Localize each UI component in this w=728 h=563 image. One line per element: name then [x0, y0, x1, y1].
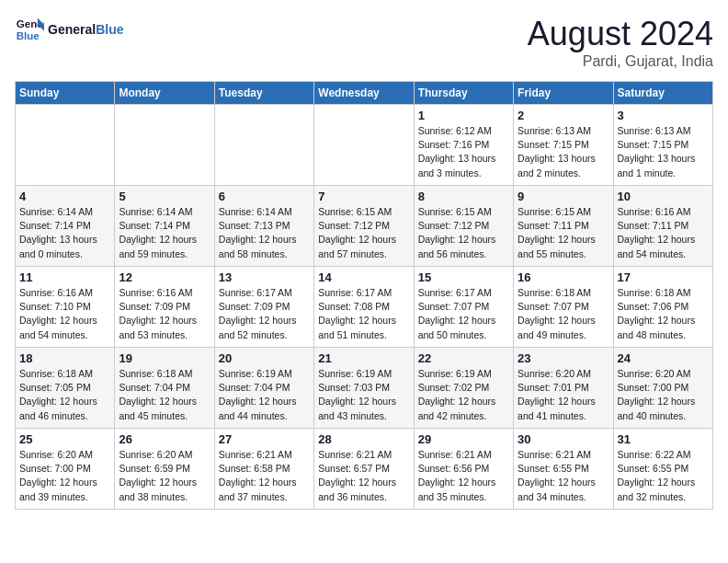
- day-number: 27: [219, 432, 310, 446]
- day-number: 11: [19, 270, 110, 284]
- day-number: 29: [418, 432, 509, 446]
- day-number: 4: [19, 190, 110, 203]
- day-info: Sunrise: 6:20 AM Sunset: 7:00 PM Dayligh…: [19, 448, 110, 504]
- calendar-cell: 19Sunrise: 6:18 AM Sunset: 7:04 PM Dayli…: [115, 348, 214, 429]
- day-number: 17: [618, 270, 709, 284]
- day-info: Sunrise: 6:14 AM Sunset: 7:13 PM Dayligh…: [219, 205, 310, 261]
- day-info: Sunrise: 6:16 AM Sunset: 7:11 PM Dayligh…: [618, 205, 709, 261]
- calendar-cell: 1Sunrise: 6:12 AM Sunset: 7:16 PM Daylig…: [414, 105, 513, 186]
- calendar-cell: 12Sunrise: 6:16 AM Sunset: 7:09 PM Dayli…: [115, 267, 214, 348]
- col-sunday: Sunday: [16, 82, 115, 105]
- day-info: Sunrise: 6:21 AM Sunset: 6:58 PM Dayligh…: [219, 448, 310, 504]
- day-info: Sunrise: 6:15 AM Sunset: 7:12 PM Dayligh…: [418, 205, 509, 261]
- day-number: 25: [19, 432, 110, 446]
- calendar-cell: 26Sunrise: 6:20 AM Sunset: 6:59 PM Dayli…: [115, 429, 214, 510]
- day-number: 20: [219, 351, 310, 365]
- day-info: Sunrise: 6:13 AM Sunset: 7:15 PM Dayligh…: [518, 124, 609, 180]
- day-info: Sunrise: 6:18 AM Sunset: 7:04 PM Dayligh…: [119, 367, 210, 423]
- day-number: 15: [418, 270, 509, 284]
- calendar-cell: 14Sunrise: 6:17 AM Sunset: 7:08 PM Dayli…: [314, 267, 414, 348]
- col-monday: Monday: [115, 82, 214, 105]
- day-info: Sunrise: 6:17 AM Sunset: 7:09 PM Dayligh…: [219, 286, 310, 342]
- day-info: Sunrise: 6:14 AM Sunset: 7:14 PM Dayligh…: [19, 205, 110, 261]
- day-number: 6: [219, 190, 310, 203]
- col-wednesday: Wednesday: [314, 82, 414, 105]
- day-number: 19: [119, 351, 210, 365]
- logo-icon: General Blue: [15, 15, 44, 44]
- day-number: 10: [618, 190, 709, 203]
- day-number: 14: [318, 270, 409, 284]
- day-number: 5: [119, 190, 210, 203]
- calendar-cell: 6Sunrise: 6:14 AM Sunset: 7:13 PM Daylig…: [214, 186, 313, 267]
- calendar-cell: 11Sunrise: 6:16 AM Sunset: 7:10 PM Dayli…: [16, 267, 115, 348]
- day-number: 3: [618, 109, 709, 122]
- day-number: 24: [618, 351, 709, 365]
- calendar-cell: 18Sunrise: 6:18 AM Sunset: 7:05 PM Dayli…: [16, 348, 115, 429]
- day-info: Sunrise: 6:16 AM Sunset: 7:10 PM Dayligh…: [19, 286, 110, 342]
- svg-text:Blue: Blue: [17, 30, 40, 41]
- calendar-cell: 13Sunrise: 6:17 AM Sunset: 7:09 PM Dayli…: [214, 267, 313, 348]
- calendar-cell: 10Sunrise: 6:16 AM Sunset: 7:11 PM Dayli…: [613, 186, 712, 267]
- calendar-cell: 4Sunrise: 6:14 AM Sunset: 7:14 PM Daylig…: [16, 186, 115, 267]
- day-number: 31: [618, 432, 709, 446]
- calendar-cell: [214, 105, 313, 186]
- day-info: Sunrise: 6:22 AM Sunset: 6:55 PM Dayligh…: [618, 448, 709, 504]
- col-tuesday: Tuesday: [214, 82, 313, 105]
- day-info: Sunrise: 6:17 AM Sunset: 7:08 PM Dayligh…: [318, 286, 409, 342]
- calendar-cell: [16, 105, 115, 186]
- week-row-0: 1Sunrise: 6:12 AM Sunset: 7:16 PM Daylig…: [16, 105, 713, 186]
- day-info: Sunrise: 6:16 AM Sunset: 7:09 PM Dayligh…: [119, 286, 210, 342]
- calendar-cell: 31Sunrise: 6:22 AM Sunset: 6:55 PM Dayli…: [613, 429, 712, 510]
- calendar-cell: [115, 105, 214, 186]
- calendar-cell: 20Sunrise: 6:19 AM Sunset: 7:04 PM Dayli…: [214, 348, 313, 429]
- week-row-3: 18Sunrise: 6:18 AM Sunset: 7:05 PM Dayli…: [16, 348, 713, 429]
- calendar-cell: [314, 105, 414, 186]
- day-number: 26: [119, 432, 210, 446]
- logo-text: GeneralBlue: [48, 22, 123, 37]
- calendar-cell: 15Sunrise: 6:17 AM Sunset: 7:07 PM Dayli…: [414, 267, 513, 348]
- calendar-title: August 2024: [528, 15, 713, 53]
- calendar-cell: 2Sunrise: 6:13 AM Sunset: 7:15 PM Daylig…: [514, 105, 613, 186]
- day-number: 18: [19, 351, 110, 365]
- day-info: Sunrise: 6:15 AM Sunset: 7:12 PM Dayligh…: [318, 205, 409, 261]
- calendar-cell: 17Sunrise: 6:18 AM Sunset: 7:06 PM Dayli…: [613, 267, 712, 348]
- day-info: Sunrise: 6:21 AM Sunset: 6:57 PM Dayligh…: [318, 448, 409, 504]
- calendar-cell: 3Sunrise: 6:13 AM Sunset: 7:15 PM Daylig…: [613, 105, 712, 186]
- day-info: Sunrise: 6:21 AM Sunset: 6:56 PM Dayligh…: [418, 448, 509, 504]
- col-friday: Friday: [514, 82, 613, 105]
- calendar-cell: 30Sunrise: 6:21 AM Sunset: 6:55 PM Dayli…: [514, 429, 613, 510]
- day-info: Sunrise: 6:20 AM Sunset: 7:00 PM Dayligh…: [618, 367, 709, 423]
- logo: General Blue GeneralBlue: [15, 15, 123, 44]
- day-info: Sunrise: 6:17 AM Sunset: 7:07 PM Dayligh…: [418, 286, 509, 342]
- calendar-cell: 23Sunrise: 6:20 AM Sunset: 7:01 PM Dayli…: [514, 348, 613, 429]
- calendar-cell: 7Sunrise: 6:15 AM Sunset: 7:12 PM Daylig…: [314, 186, 414, 267]
- day-info: Sunrise: 6:21 AM Sunset: 6:55 PM Dayligh…: [518, 448, 609, 504]
- calendar-cell: 27Sunrise: 6:21 AM Sunset: 6:58 PM Dayli…: [214, 429, 313, 510]
- calendar-cell: 21Sunrise: 6:19 AM Sunset: 7:03 PM Dayli…: [314, 348, 414, 429]
- calendar-table: Sunday Monday Tuesday Wednesday Thursday…: [15, 81, 713, 510]
- calendar-cell: 25Sunrise: 6:20 AM Sunset: 7:00 PM Dayli…: [16, 429, 115, 510]
- calendar-cell: 28Sunrise: 6:21 AM Sunset: 6:57 PM Dayli…: [314, 429, 414, 510]
- week-row-1: 4Sunrise: 6:14 AM Sunset: 7:14 PM Daylig…: [16, 186, 713, 267]
- day-info: Sunrise: 6:20 AM Sunset: 7:01 PM Dayligh…: [518, 367, 609, 423]
- calendar-cell: 29Sunrise: 6:21 AM Sunset: 6:56 PM Dayli…: [414, 429, 513, 510]
- calendar-body: 1Sunrise: 6:12 AM Sunset: 7:16 PM Daylig…: [16, 105, 713, 510]
- day-info: Sunrise: 6:19 AM Sunset: 7:04 PM Dayligh…: [219, 367, 310, 423]
- day-number: 7: [318, 190, 409, 203]
- day-number: 1: [418, 109, 509, 122]
- day-number: 2: [518, 109, 609, 122]
- calendar-cell: 24Sunrise: 6:20 AM Sunset: 7:00 PM Dayli…: [613, 348, 712, 429]
- day-info: Sunrise: 6:18 AM Sunset: 7:06 PM Dayligh…: [618, 286, 709, 342]
- calendar-cell: 22Sunrise: 6:19 AM Sunset: 7:02 PM Dayli…: [414, 348, 513, 429]
- day-number: 13: [219, 270, 310, 284]
- calendar-cell: 8Sunrise: 6:15 AM Sunset: 7:12 PM Daylig…: [414, 186, 513, 267]
- day-info: Sunrise: 6:18 AM Sunset: 7:05 PM Dayligh…: [19, 367, 110, 423]
- day-info: Sunrise: 6:15 AM Sunset: 7:11 PM Dayligh…: [518, 205, 609, 261]
- day-info: Sunrise: 6:19 AM Sunset: 7:02 PM Dayligh…: [418, 367, 509, 423]
- calendar-cell: 5Sunrise: 6:14 AM Sunset: 7:14 PM Daylig…: [115, 186, 214, 267]
- day-number: 16: [518, 270, 609, 284]
- day-number: 9: [518, 190, 609, 203]
- day-info: Sunrise: 6:14 AM Sunset: 7:14 PM Dayligh…: [119, 205, 210, 261]
- week-row-2: 11Sunrise: 6:16 AM Sunset: 7:10 PM Dayli…: [16, 267, 713, 348]
- day-number: 30: [518, 432, 609, 446]
